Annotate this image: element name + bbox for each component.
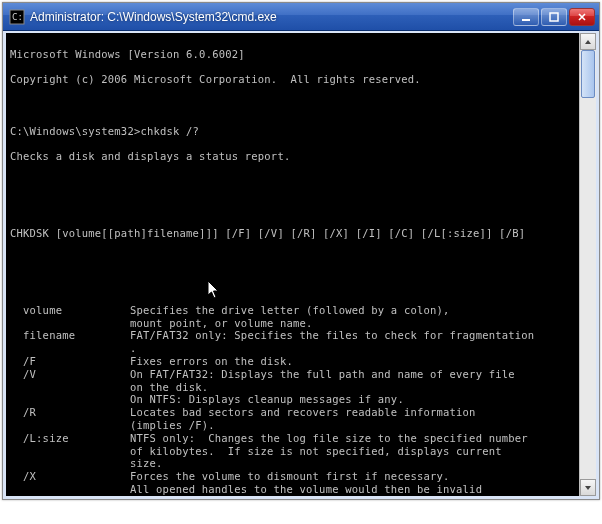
scroll-down-button[interactable] <box>580 479 596 496</box>
param-flag: volume <box>10 304 130 317</box>
blank-line <box>10 253 579 266</box>
vertical-scrollbar[interactable] <box>579 33 596 496</box>
param-desc: mount point, or volume name. <box>130 317 579 330</box>
text-line: Copyright (c) 2006 Microsoft Corporation… <box>10 73 579 86</box>
titlebar[interactable]: C: Administrator: C:\Windows\System32\cm… <box>3 3 599 31</box>
param-desc: On FAT/FAT32: Displays the full path and… <box>130 368 579 381</box>
param-row: /VOn FAT/FAT32: Displays the full path a… <box>10 368 579 381</box>
window-client-area: Microsoft Windows [Version 6.0.6002] Cop… <box>3 31 599 499</box>
param-desc: . <box>130 342 579 355</box>
svg-text:C:: C: <box>12 12 23 22</box>
param-row: /XForces the volume to dismount first if… <box>10 470 579 483</box>
param-desc: Locates bad sectors and recovers readabl… <box>130 406 579 419</box>
param-flag: filename <box>10 329 130 342</box>
param-desc: of kilobytes. If size is not specified, … <box>130 445 579 458</box>
prompt-path: C:\Windows\system32> <box>10 125 140 137</box>
param-desc: All opened handles to the volume would t… <box>130 483 579 496</box>
blank-line <box>10 201 579 214</box>
parameter-list: volumeSpecifies the drive letter (follow… <box>10 304 579 496</box>
svg-rect-2 <box>522 19 530 21</box>
cmd-icon: C: <box>9 9 25 25</box>
param-row: . <box>10 342 579 355</box>
scroll-track[interactable] <box>580 50 596 479</box>
param-row: size. <box>10 457 579 470</box>
param-flag: /L:size <box>10 432 130 445</box>
maximize-button[interactable] <box>541 8 567 26</box>
param-row: volumeSpecifies the drive letter (follow… <box>10 304 579 317</box>
param-desc: (implies /F). <box>130 419 579 432</box>
param-desc: On NTFS: Displays cleanup messages if an… <box>130 393 579 406</box>
text-line: Checks a disk and displays a status repo… <box>10 150 579 163</box>
param-row: on the disk. <box>10 381 579 394</box>
cmd-window: C: Administrator: C:\Windows\System32\cm… <box>2 2 600 500</box>
window-title: Administrator: C:\Windows\System32\cmd.e… <box>30 10 513 24</box>
prompt-line: C:\Windows\system32>chkdsk /? <box>10 125 579 138</box>
param-flag: /F <box>10 355 130 368</box>
param-flag: /X <box>10 470 130 483</box>
param-row: (implies /F). <box>10 419 579 432</box>
window-controls <box>513 8 595 26</box>
param-flag: /V <box>10 368 130 381</box>
param-desc: size. <box>130 457 579 470</box>
param-row: All opened handles to the volume would t… <box>10 483 579 496</box>
param-desc: Forces the volume to dismount first if n… <box>130 470 579 483</box>
svg-rect-3 <box>550 13 558 21</box>
blank-line <box>10 278 579 291</box>
param-row: of kilobytes. If size is not specified, … <box>10 445 579 458</box>
param-flag: /R <box>10 406 130 419</box>
blank-line <box>10 176 579 189</box>
param-desc: NTFS only: Changes the log file size to … <box>130 432 579 445</box>
close-button[interactable] <box>569 8 595 26</box>
param-row: mount point, or volume name. <box>10 317 579 330</box>
prompt-command: chkdsk /? <box>140 125 199 137</box>
param-row: /L:sizeNTFS only: Changes the log file s… <box>10 432 579 445</box>
minimize-button[interactable] <box>513 8 539 26</box>
param-desc: Fixes errors on the disk. <box>130 355 579 368</box>
usage-line: CHKDSK [volume[[path]filename]]] [/F] [/… <box>10 227 579 240</box>
param-desc: Specifies the drive letter (followed by … <box>130 304 579 317</box>
param-desc: on the disk. <box>130 381 579 394</box>
blank-line <box>10 99 579 112</box>
scroll-thumb[interactable] <box>581 50 595 98</box>
console-output[interactable]: Microsoft Windows [Version 6.0.6002] Cop… <box>6 33 579 496</box>
param-row: On NTFS: Displays cleanup messages if an… <box>10 393 579 406</box>
param-row: filenameFAT/FAT32 only: Specifies the fi… <box>10 329 579 342</box>
scroll-up-button[interactable] <box>580 33 596 50</box>
param-desc: FAT/FAT32 only: Specifies the files to c… <box>130 329 579 342</box>
param-row: /RLocates bad sectors and recovers reada… <box>10 406 579 419</box>
text-line: Microsoft Windows [Version 6.0.6002] <box>10 48 579 61</box>
param-row: /FFixes errors on the disk. <box>10 355 579 368</box>
